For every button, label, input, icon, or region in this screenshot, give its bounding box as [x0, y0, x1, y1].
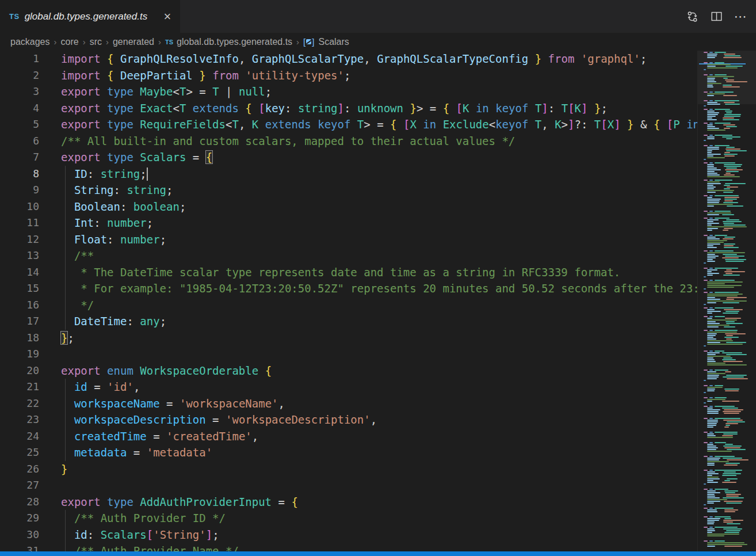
split-editor-icon[interactable]: [709, 9, 724, 24]
code-line-29[interactable]: 29 /** Auth Provider ID */: [0, 510, 697, 527]
code-line-5[interactable]: 5export type RequireFields<T, K extends …: [0, 116, 697, 133]
minimap-line: [707, 79, 715, 81]
code-line-17[interactable]: 17 DateTime: any;: [0, 313, 697, 330]
code-line-8[interactable]: 8 ID: string;: [0, 166, 697, 182]
code-line-content[interactable]: Boolean: boolean;: [61, 199, 697, 215]
minimap-line: [709, 330, 713, 331]
code-line-20[interactable]: 20export enum WorkspaceOrderable {: [0, 363, 697, 379]
minimap-line: [727, 421, 745, 422]
tab-bar: TS global.db.types.generated.ts ×: [0, 0, 756, 33]
code-line-content[interactable]: /**: [61, 247, 697, 264]
code-line-content[interactable]: export type Exact<T extends { [key: stri…: [61, 100, 697, 117]
code-line-10[interactable]: 10 Boolean: boolean;: [0, 199, 697, 215]
minimap[interactable]: [697, 51, 756, 551]
minimap-line: [724, 389, 739, 390]
minimap-line: [704, 402, 706, 403]
code-line-16[interactable]: 16 */: [0, 297, 697, 314]
code-line-content[interactable]: Float: number;: [61, 231, 697, 248]
code-line-27[interactable]: 27: [0, 477, 697, 494]
code-line-2[interactable]: 2import { DeepPartial } from 'utility-ty…: [0, 67, 697, 84]
minimap-line: [709, 268, 713, 269]
code-line-25[interactable]: 25 metadata = 'metadata': [0, 444, 697, 461]
code-line-15[interactable]: 15 * For example: "1985-04-12T23:20:50.5…: [0, 280, 697, 297]
code-line-28[interactable]: 28export type AddAuthProviderInput = {: [0, 494, 697, 511]
code-line-13[interactable]: 13 /**: [0, 247, 697, 264]
breadcrumb-item-src[interactable]: src: [90, 37, 102, 47]
code-line-content[interactable]: import { DeepPartial } from 'utility-typ…: [61, 67, 697, 84]
code-line-23[interactable]: 23 workspaceDescription = 'workspaceDesc…: [0, 412, 697, 428]
breadcrumb-separator: ›: [106, 37, 109, 47]
breadcrumb-item-scalars[interactable]: Scalars: [318, 37, 349, 47]
code-line-content[interactable]: createdTime = 'createdTime',: [61, 428, 697, 445]
code-line-content[interactable]: Int: number;: [61, 215, 697, 231]
code-line-content[interactable]: * The DateTime scalar type represents da…: [61, 264, 697, 281]
minimap-line: [724, 152, 730, 153]
minimap-line: [704, 109, 708, 110]
code-line-14[interactable]: 14 * The DateTime scalar type represents…: [0, 264, 697, 281]
code-line-content[interactable]: workspaceDescription = 'workspaceDescrip…: [61, 412, 697, 428]
code-line-content[interactable]: [61, 477, 697, 494]
code-line-content[interactable]: id = 'id',: [61, 379, 697, 395]
open-changes-icon[interactable]: [685, 9, 700, 24]
close-tab-icon[interactable]: ×: [161, 10, 174, 24]
code-line-content[interactable]: * For example: "1985-04-12T23:20:50.52Z"…: [61, 280, 697, 297]
code-line-4[interactable]: 4export type Exact<T extends { [key: str…: [0, 100, 697, 117]
code-token: GraphQLResolveInfo: [120, 52, 239, 65]
code-line-content[interactable]: workspaceName = 'workspaceName',: [61, 395, 697, 412]
code-line-content[interactable]: export enum WorkspaceOrderable {: [61, 363, 697, 379]
code-token: type: [107, 102, 140, 115]
code-line-content[interactable]: /** All built-in and custom scalars, map…: [61, 133, 697, 150]
code-line-content[interactable]: export type Scalars = {: [61, 149, 697, 166]
code-line-content[interactable]: */: [61, 297, 697, 314]
code-line-18[interactable]: 18};: [0, 330, 697, 346]
code-line-content[interactable]: export type AddAuthProviderInput = {: [61, 494, 697, 511]
code-line-3[interactable]: 3export type Maybe<T> = T | null;: [0, 83, 697, 100]
code-token: ;: [67, 332, 74, 344]
code-line-content[interactable]: String: string;: [61, 182, 697, 199]
breadcrumb-item-generated[interactable]: generated: [113, 37, 154, 47]
minimap-line: [707, 152, 712, 153]
indent-guide: [65, 543, 66, 551]
code-line-11[interactable]: 11 Int: number;: [0, 215, 697, 231]
code-line-31[interactable]: 31 /** Auth Provider Name */: [0, 543, 697, 551]
breadcrumb-item-global-db-types-generated-ts[interactable]: global.db.types.generated.ts: [177, 37, 292, 47]
code-line-22[interactable]: 22 workspaceName = 'workspaceName',: [0, 395, 697, 412]
code-line-9[interactable]: 9 String: string;: [0, 182, 697, 199]
code-line-content[interactable]: ID: string;: [61, 166, 697, 182]
minimap-line: [726, 423, 738, 424]
minimap-line: [704, 397, 708, 398]
code-line-7[interactable]: 7export type Scalars = {: [0, 149, 697, 166]
minimap-line: [707, 169, 721, 170]
code-line-content[interactable]: import { GraphQLResolveInfo, GraphQLScal…: [61, 51, 697, 67]
code-line-1[interactable]: 1import { GraphQLResolveInfo, GraphQLSca…: [0, 51, 697, 67]
code-line-26[interactable]: 26}: [0, 461, 697, 478]
minimap-line: [707, 112, 719, 113]
tab-global-db-types-generated[interactable]: TS global.db.types.generated.ts ×: [0, 0, 181, 33]
more-actions-icon[interactable]: ⋯: [733, 9, 748, 24]
code-line-12[interactable]: 12 Float: number;: [0, 231, 697, 248]
code-line-content[interactable]: DateTime: any;: [61, 313, 697, 330]
code-line-content[interactable]: /** Auth Provider ID */: [61, 510, 697, 527]
code-line-content[interactable]: }: [61, 461, 697, 478]
breadcrumb-item-core[interactable]: core: [61, 37, 79, 47]
code-line-19[interactable]: 19: [0, 346, 697, 363]
code-token: T: [212, 85, 219, 98]
code-line-24[interactable]: 24 createdTime = 'createdTime',: [0, 428, 697, 445]
code-line-content[interactable]: [61, 346, 697, 363]
code-token: &: [634, 118, 654, 131]
code-line-content[interactable]: /** Auth Provider Name */: [61, 543, 697, 551]
code-line-21[interactable]: 21 id = 'id',: [0, 379, 697, 395]
code-area[interactable]: 1import { GraphQLResolveInfo, GraphQLSca…: [0, 51, 697, 551]
code-token: in: [417, 118, 443, 131]
code-line-content[interactable]: id: Scalars['String'];: [61, 527, 697, 543]
code-line-content[interactable]: export type RequireFields<T, K extends k…: [61, 116, 697, 133]
code-line-content[interactable]: export type Maybe<T> = T | null;: [61, 83, 697, 100]
code-line-content[interactable]: };: [61, 330, 697, 346]
code-token: ]: [614, 118, 620, 131]
code-token: ;: [344, 69, 350, 82]
breadcrumb-item-packages[interactable]: packages: [10, 37, 50, 47]
minimap-line: [707, 57, 715, 58]
code-line-6[interactable]: 6/** All built-in and custom scalars, ma…: [0, 133, 697, 150]
code-line-30[interactable]: 30 id: Scalars['String'];: [0, 527, 697, 543]
code-line-content[interactable]: metadata = 'metadata': [61, 444, 697, 461]
